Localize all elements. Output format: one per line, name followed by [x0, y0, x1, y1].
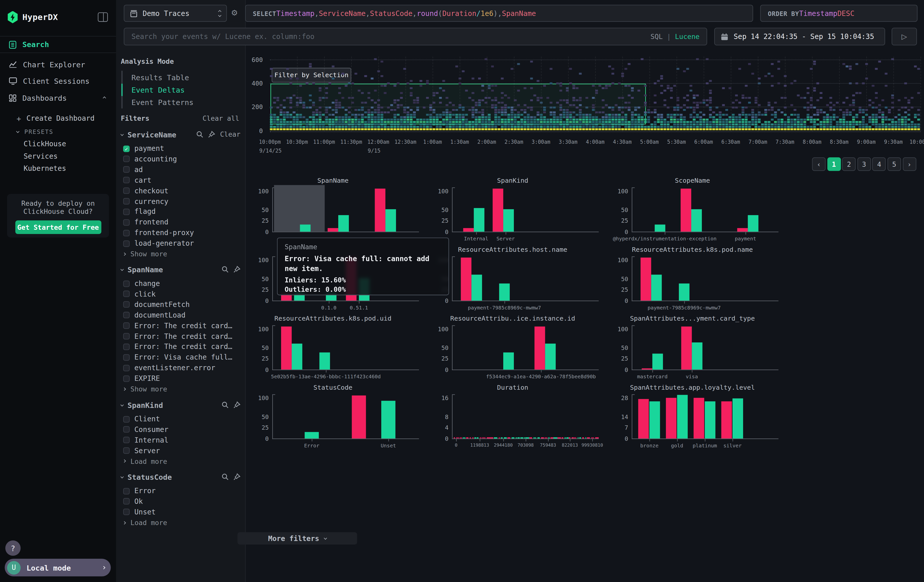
get-started-button[interactable]: Get Started for Free [15, 220, 101, 234]
checkbox[interactable] [123, 219, 130, 226]
select-query-input[interactable]: SELECT Timestamp, ServiceName, StatusCod… [245, 5, 753, 22]
search-input[interactable]: Search your events w/ Lucene ex. column:… [124, 28, 707, 45]
collapse-sidebar-icon[interactable] [98, 12, 108, 22]
bar-outliers[interactable] [721, 401, 732, 439]
bar-inliers[interactable] [655, 224, 665, 232]
checkbox[interactable] [123, 447, 130, 454]
checkbox[interactable] [123, 375, 130, 382]
filter-group-header-ServiceName[interactable]: ServiceNameClear [121, 130, 240, 139]
sidebar-item-dashboards[interactable]: Dashboards [0, 89, 116, 106]
filter-checkbox-item[interactable]: Error: The credit card (… [123, 331, 241, 341]
bar-inliers[interactable] [338, 215, 349, 232]
bar-outliers[interactable] [281, 326, 292, 369]
source-select[interactable]: Demo Traces [124, 5, 227, 22]
clear-group-button[interactable]: Clear [220, 130, 241, 138]
bar-outliers[interactable] [638, 399, 649, 439]
checkbox[interactable] [123, 198, 130, 205]
filter-checkbox-item[interactable]: Error: The credit card (… [123, 320, 241, 331]
bar-outliers[interactable] [681, 326, 692, 369]
filter-checkbox-item[interactable]: Error [123, 486, 241, 496]
checkbox[interactable] [123, 312, 130, 318]
run-query-button[interactable]: ▷ [892, 28, 917, 45]
clear-all-button[interactable]: Clear all [202, 114, 239, 123]
filter-checkbox-item[interactable]: load-generator [123, 238, 241, 249]
bar-outliers[interactable] [328, 228, 338, 232]
checkbox[interactable] [123, 364, 130, 371]
checkbox[interactable] [123, 302, 130, 308]
bar-inliers[interactable] [748, 215, 759, 232]
filter-group-header-StatusCode[interactable]: StatusCode [121, 472, 240, 481]
bar-outliers[interactable] [375, 188, 385, 232]
filter-checkbox-item[interactable]: cart [123, 175, 241, 185]
bar-outliers[interactable] [535, 326, 545, 369]
filter-group-header-SpanKind[interactable]: SpanKind [121, 400, 240, 409]
pagination-page-3[interactable]: 3 [857, 157, 871, 171]
filter-checkbox-item[interactable]: Consumer [123, 424, 241, 435]
bar-outliers[interactable] [666, 398, 676, 439]
sidebar-item-kubernetes[interactable]: Kubernetes [0, 163, 116, 175]
sidebar-item-chart-explorer[interactable]: Chart Explorer [0, 56, 116, 73]
bar-outliers[interactable] [642, 368, 652, 370]
checkbox[interactable] [123, 426, 130, 433]
filter-checkbox-item[interactable]: Client [123, 414, 241, 424]
sidebar-item-create-dashboard[interactable]: + Create Dashboard [0, 113, 116, 125]
checkbox[interactable] [123, 240, 130, 247]
bar-outliers[interactable] [737, 228, 748, 232]
bar-outliers[interactable] [463, 228, 474, 232]
bar-inliers[interactable] [650, 401, 660, 439]
bar-inliers[interactable] [651, 275, 662, 300]
checkbox[interactable] [123, 322, 130, 329]
pin-icon[interactable] [233, 266, 240, 273]
sidebar-item-presets[interactable]: PRESETS [0, 125, 116, 137]
bar-inliers[interactable] [381, 401, 396, 439]
search-icon[interactable] [196, 131, 203, 138]
analysis-mode-event-patterns[interactable]: Event Patterns [131, 98, 219, 107]
bar-inliers[interactable] [691, 209, 702, 232]
checkbox[interactable] [123, 509, 130, 516]
pagination-page-5[interactable]: 5 [888, 157, 901, 171]
pagination-page-4[interactable]: 4 [872, 157, 886, 171]
checkbox[interactable] [123, 333, 130, 340]
date-range-picker[interactable]: Sep 14 22:04:35 - Sep 15 10:04:35 [714, 28, 885, 45]
heatmap-canvas[interactable] [270, 57, 921, 132]
help-button[interactable]: ? [5, 541, 21, 556]
checkbox[interactable] [123, 437, 130, 444]
bar-inliers[interactable] [319, 353, 330, 370]
bar-inliers[interactable] [503, 353, 514, 370]
bar-inliers[interactable] [471, 275, 482, 300]
checkbox[interactable] [123, 230, 130, 236]
filter-checkbox-item[interactable]: accounting [123, 154, 241, 165]
bar-outliers[interactable] [461, 257, 471, 301]
filter-load-more[interactable]: Load more [123, 518, 229, 528]
bar-outliers[interactable] [493, 188, 503, 232]
filter-checkbox-item[interactable]: documentFetch [123, 299, 241, 310]
pagination-page-2[interactable]: 2 [842, 157, 856, 171]
bar-outliers[interactable] [641, 257, 651, 301]
bar-inliers[interactable] [499, 284, 510, 301]
filter-group-header-SpanName[interactable]: SpanName [121, 265, 240, 274]
filter-checkbox-item[interactable]: checkout [123, 185, 241, 196]
filter-checkbox-item[interactable]: flagd [123, 206, 241, 217]
pin-icon[interactable] [233, 401, 240, 409]
checkbox-checked[interactable]: ✓ [123, 145, 130, 152]
filter-checkbox-item[interactable]: frontend [123, 217, 241, 228]
pagination-prev[interactable]: ‹ [812, 157, 826, 171]
sidebar-item-client-sessions[interactable]: Client Sessions [0, 73, 116, 89]
checkbox[interactable] [123, 354, 130, 361]
pin-icon[interactable] [233, 473, 240, 480]
sidebar-item-services[interactable]: Services [0, 150, 116, 162]
bar-inliers[interactable] [692, 342, 702, 369]
bar-inliers[interactable] [677, 395, 688, 438]
chevron-up-icon[interactable] [102, 96, 106, 99]
bar-inliers[interactable] [705, 401, 716, 439]
analysis-mode-event-deltas[interactable]: Event Deltas [131, 86, 219, 94]
checkbox[interactable] [123, 291, 130, 297]
checkbox[interactable] [123, 416, 130, 422]
gear-icon[interactable]: ⚙ [231, 8, 238, 17]
checkbox[interactable] [123, 488, 130, 494]
filter-checkbox-item[interactable]: change [123, 278, 241, 289]
search-icon[interactable] [222, 266, 229, 273]
bar-inliers[interactable] [300, 224, 311, 232]
language-toggle[interactable]: SQL | Lucene [650, 32, 700, 41]
filter-checkbox-item[interactable]: frontend-proxy [123, 228, 241, 238]
